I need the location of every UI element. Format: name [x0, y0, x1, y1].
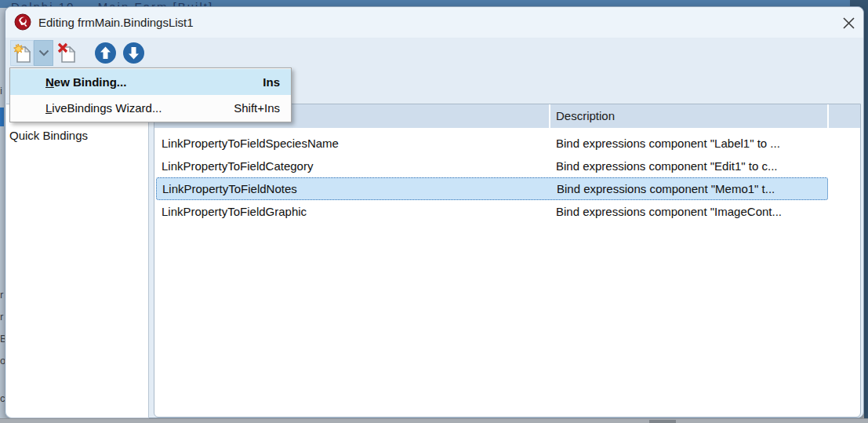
binding-description: Bind expressions component "Memo1" t... — [557, 178, 775, 199]
table-row-selected[interactable]: LinkPropertyToFieldNotes Bind expression… — [156, 177, 828, 200]
column-divider[interactable] — [549, 104, 550, 128]
menu-shortcut: Shift+Ins — [234, 95, 280, 121]
backdrop-right-strip — [864, 0, 868, 418]
menu-item-new-binding[interactable]: New Binding... Ins — [10, 69, 291, 95]
delete-binding-button[interactable] — [55, 40, 78, 66]
move-up-button[interactable] — [93, 40, 117, 66]
move-down-button[interactable] — [122, 40, 145, 66]
toolbar — [5, 38, 863, 68]
binding-name: LinkPropertyToFieldNotes — [162, 178, 297, 199]
backdrop-glyph: r — [0, 289, 3, 301]
backdrop-glyph: i — [0, 85, 2, 97]
binding-name: LinkPropertyToFieldSpeciesName — [162, 132, 339, 155]
close-icon — [841, 16, 856, 31]
close-button[interactable] — [835, 11, 862, 35]
new-binding-dropdown-button[interactable] — [34, 40, 53, 66]
table-row[interactable]: LinkPropertyToFieldGraphic Bind expressi… — [154, 200, 860, 223]
binding-description: Bind expressions component "Label1" to .… — [556, 132, 780, 155]
bindings-listview: Description LinkPropertyToFieldSpeciesNa… — [154, 104, 861, 418]
column-divider[interactable] — [827, 104, 829, 128]
menu-item-livebindings-wizard[interactable]: LiveBindings Wizard... Shift+Ins — [10, 95, 291, 121]
menu-item-label: LiveBindings Wizard... — [45, 101, 162, 115]
menu-item-label: New Binding... — [45, 75, 126, 89]
menu-shortcut: Ins — [263, 69, 280, 95]
table-row[interactable]: LinkPropertyToFieldCategory Bind express… — [154, 155, 860, 177]
binding-description: Bind expressions component "ImageCont... — [556, 200, 782, 223]
backdrop-bottom-fragment — [649, 420, 676, 423]
categories-panel: Quick Bindings — [6, 104, 149, 418]
binding-description: Bind expressions component "Edit1" to c.… — [556, 155, 777, 177]
dropdown-chevron-icon — [38, 49, 49, 57]
titlebar[interactable]: Editing frmMain.BindingsList1 — [5, 7, 863, 38]
backdrop-glyph: r — [0, 311, 3, 323]
delete-item-icon — [56, 42, 78, 64]
binding-name: LinkPropertyToFieldCategory — [162, 155, 313, 177]
backdrop-selected-bar — [0, 108, 4, 126]
new-item-icon — [12, 42, 33, 64]
delphi-icon — [14, 13, 31, 31]
new-binding-dropdown-menu: New Binding... Ins LiveBindings Wizard..… — [9, 67, 292, 122]
move-up-icon — [94, 42, 117, 64]
window-title: Editing frmMain.BindingsList1 — [38, 7, 194, 38]
binding-name: LinkPropertyToFieldGraphic — [162, 200, 307, 223]
new-binding-button[interactable] — [10, 40, 34, 66]
table-row[interactable]: LinkPropertyToFieldSpeciesName Bind expr… — [154, 132, 860, 155]
column-header-description[interactable]: Description — [556, 104, 615, 128]
backdrop-bottom-strip — [0, 418, 868, 423]
move-down-icon — [122, 42, 145, 64]
